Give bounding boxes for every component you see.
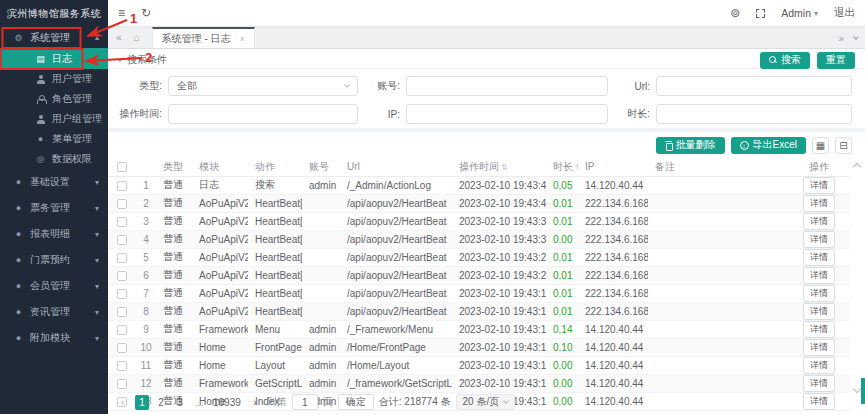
home-icon[interactable]: ⌂ — [134, 32, 140, 43]
tab-system-logs[interactable]: 系统管理 - 日志 × — [152, 27, 255, 48]
message-icon[interactable]: ⊚ — [730, 6, 740, 20]
table-row: 6普通AoPuApiV2HeartBeat[P]/api/aopuv2/Hear… — [108, 266, 850, 284]
sort-icon[interactable]: ⇅ — [575, 163, 578, 172]
filter-account-input[interactable] — [406, 76, 608, 96]
sidebar-item-logs[interactable]: ▤日志 — [0, 48, 108, 69]
detail-button[interactable]: 详情 — [803, 357, 835, 374]
row-checkbox[interactable] — [117, 253, 127, 263]
cell-ip: 14.120.40.44 — [578, 320, 648, 338]
column-settings-button[interactable]: ▦ — [812, 137, 829, 154]
sidebar-item-role-management[interactable]: 角色管理 — [0, 89, 108, 109]
dot-icon: ● — [12, 177, 25, 187]
print-button[interactable]: ⊟ — [835, 137, 852, 154]
sidebar-item-news-management[interactable]: ●资讯管理▾ — [0, 299, 108, 325]
scroll-up-icon[interactable] — [853, 163, 861, 171]
filter-ip-input[interactable] — [406, 104, 608, 124]
row-checkbox[interactable] — [117, 325, 127, 335]
row-checkbox[interactable] — [117, 361, 127, 371]
menu-dot-icon: ● — [34, 134, 47, 144]
search-conditions-toggle[interactable]: 搜索条件 — [118, 53, 167, 67]
detail-button[interactable]: 详情 — [803, 375, 835, 392]
sidebar-item-addon-modules[interactable]: ●附加模块▾ — [0, 325, 108, 351]
cell-ip: 14.120.40.44 — [578, 356, 648, 374]
total-count: 合计: 218774 条 — [379, 395, 451, 409]
filter-duration-input[interactable] — [656, 104, 852, 124]
user-menu[interactable]: Admin ▾ — [781, 7, 818, 19]
next-page-button[interactable]: › — [248, 395, 262, 410]
expand-tabs-icon[interactable]: » — [838, 33, 844, 44]
sidebar-item-menu-management[interactable]: ●菜单管理 — [0, 129, 108, 149]
sort-icon[interactable]: ⇅ — [501, 163, 508, 172]
row-checkbox[interactable] — [117, 379, 127, 389]
row-checkbox[interactable] — [117, 343, 127, 353]
page-button-1[interactable]: 1 — [135, 395, 149, 410]
detail-button[interactable]: 详情 — [803, 231, 835, 248]
batch-delete-button[interactable]: 批量删除 — [656, 137, 725, 154]
chevron-down-icon[interactable] — [853, 34, 859, 40]
row-checkbox[interactable] — [117, 217, 127, 227]
page-size-select[interactable]: 20 条/页 — [456, 394, 516, 410]
cell-account — [302, 248, 340, 266]
detail-button[interactable]: 详情 — [803, 303, 835, 320]
cell-type: 普通 — [156, 356, 192, 374]
sidebar-item-system-management[interactable]: ⚙系统管理▴ — [0, 27, 108, 48]
goto-confirm-button[interactable]: 确定 — [338, 394, 374, 410]
detail-button[interactable]: 详情 — [803, 213, 835, 230]
detail-button[interactable]: 详情 — [803, 177, 835, 194]
sidebar-item-ticket-reservation[interactable]: ●门票预约▾ — [0, 247, 108, 273]
goto-page-input[interactable] — [292, 394, 318, 410]
filter-url-input[interactable] — [656, 76, 852, 96]
fullscreen-icon[interactable] — [756, 9, 765, 18]
row-checkbox[interactable] — [117, 181, 127, 191]
sidebar-item-data-permission[interactable]: ◎数据权限 — [0, 149, 108, 169]
sidebar-item-report-details[interactable]: ●报表明细▾ — [0, 221, 108, 247]
table-row: 12普通FrameworkGetScriptLanguaadmin/_frame… — [108, 374, 850, 392]
prev-page-button[interactable]: ‹ — [116, 395, 130, 410]
sidebar-item-member-management[interactable]: ●会员管理▾ — [0, 273, 108, 299]
reset-button[interactable]: 重置 — [817, 52, 855, 69]
sidebar-item-user-management[interactable]: 用户管理 — [0, 69, 108, 89]
detail-button[interactable]: 详情 — [803, 285, 835, 302]
detail-button[interactable]: 详情 — [803, 267, 835, 284]
row-checkbox[interactable] — [117, 199, 127, 209]
cell-url: /_Framework/Menu — [340, 320, 452, 338]
sidebar-item-label: 资讯管理 — [30, 305, 70, 319]
collapse-tabs-icon[interactable]: « — [116, 32, 122, 43]
cell-remark — [648, 284, 788, 302]
scrollbar-thumb[interactable] — [861, 378, 865, 404]
logout-button[interactable]: 退出 — [834, 6, 855, 20]
col-duration[interactable]: 时长⇅ — [546, 158, 578, 176]
cell-time: 2023-02-10 19:43:13 — [452, 374, 546, 392]
page-button-10939[interactable]: 10939 — [211, 395, 243, 410]
filter-optime-input[interactable] — [168, 104, 358, 124]
detail-button[interactable]: 详情 — [803, 393, 835, 410]
cell-module: AoPuApiV2 — [192, 230, 248, 248]
col-time[interactable]: 操作时间⇅ — [452, 158, 546, 176]
detail-button[interactable]: 详情 — [803, 321, 835, 338]
detail-button[interactable]: 详情 — [803, 195, 835, 212]
search-button[interactable]: 搜索 — [760, 52, 810, 69]
close-icon[interactable]: × — [240, 34, 245, 44]
filter-type-select[interactable]: 全部 — [168, 76, 358, 96]
detail-button[interactable]: 详情 — [803, 339, 835, 356]
select-all-checkbox[interactable] — [117, 162, 127, 172]
row-checkbox[interactable] — [117, 307, 127, 317]
row-checkbox[interactable] — [117, 271, 127, 281]
export-excel-button[interactable]: ↓ 导出Excel — [731, 137, 806, 154]
detail-button[interactable]: 详情 — [803, 249, 835, 266]
cell-duration: 0.00 — [546, 374, 578, 392]
menu-collapse-icon[interactable]: ≡ — [118, 6, 125, 20]
filter-grid: 类型:全部账号:Url:操作时间:IP:时长: — [108, 69, 865, 124]
refresh-icon[interactable]: ↻ — [141, 6, 151, 20]
sidebar-item-ticket-management[interactable]: ●票务管理▾ — [0, 195, 108, 221]
scroll-down-icon[interactable] — [853, 385, 861, 393]
cell-module: Framework — [192, 374, 248, 392]
cell-action: GetScriptLangua — [248, 374, 302, 392]
sidebar-item-basic-settings[interactable]: ●基础设置▾ — [0, 169, 108, 195]
row-checkbox[interactable] — [117, 289, 127, 299]
sidebar-item-user-group-management[interactable]: 用户组管理 — [0, 109, 108, 129]
cell-duration: 0.00 — [546, 392, 578, 410]
row-checkbox[interactable] — [117, 235, 127, 245]
page-button-3[interactable]: 3 — [173, 395, 187, 410]
page-button-2[interactable]: 2 — [154, 395, 168, 410]
